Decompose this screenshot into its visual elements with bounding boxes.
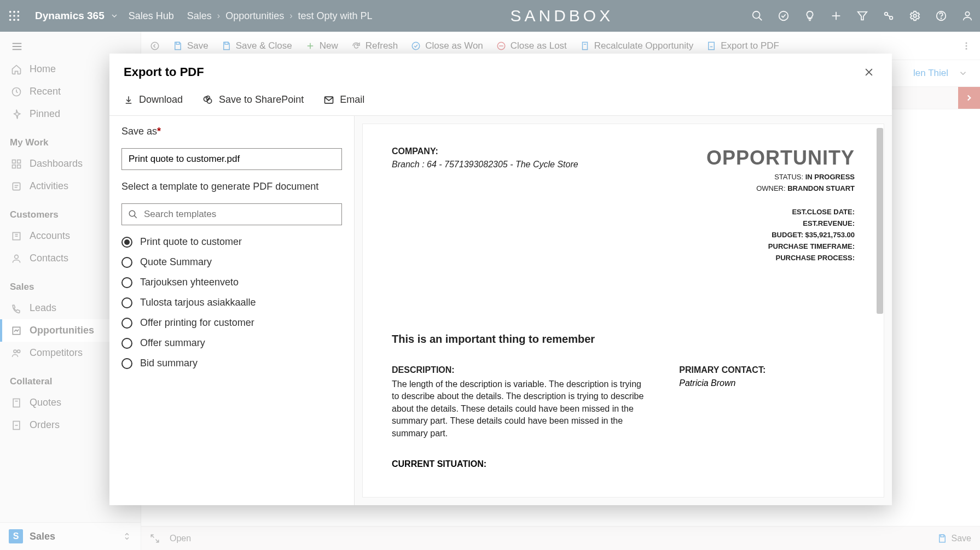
preview-desc-heading: DESCRIPTION: <box>392 365 646 375</box>
preview-situation-heading: CURRENT SITUATION: <box>392 459 855 469</box>
template-heading: Select a template to generate PDF docume… <box>121 181 342 192</box>
template-radio[interactable]: Bid summary <box>121 358 342 369</box>
preview-contact-heading: PRIMARY CONTACT: <box>679 365 855 375</box>
preview-process: PURCHASE PROCESS: <box>706 254 855 262</box>
template-radio[interactable]: Print quote to customer <box>121 236 342 248</box>
export-pdf-modal: Export to PDF Download Save to SharePoin… <box>109 54 892 505</box>
template-label: Print quote to customer <box>140 236 242 248</box>
preview-budget: BUDGET: $35,921,753.00 <box>706 231 855 239</box>
preview-company-label: COMPANY: <box>392 147 578 156</box>
svg-point-69 <box>129 210 135 217</box>
template-radio[interactable]: Offer summary <box>121 337 342 349</box>
template-radio[interactable]: Quote Summary <box>121 256 342 268</box>
preview-branch: Branch : 64 - 7571393082305 - The Cycle … <box>392 160 578 169</box>
radio-icon <box>121 318 132 329</box>
search-templates-input[interactable] <box>121 203 342 225</box>
search-icon <box>128 209 138 219</box>
radio-icon <box>121 237 132 248</box>
close-icon[interactable] <box>860 63 878 81</box>
radio-icon <box>121 297 132 308</box>
template-radio[interactable]: Tulosta tarjous asiakkaalle <box>121 297 342 308</box>
template-label: Offer printing for customer <box>140 317 254 329</box>
svg-line-70 <box>134 215 137 218</box>
radio-icon <box>121 338 132 349</box>
template-label: Tulosta tarjous asiakkaalle <box>140 297 256 308</box>
scrollbar-thumb[interactable] <box>877 128 883 314</box>
preview-estrev: EST.REVENUE: <box>706 219 855 227</box>
radio-icon <box>121 257 132 268</box>
preview-memo-title: This is an important thing to remember <box>392 333 855 346</box>
saveas-label: Save as* <box>121 126 342 137</box>
preview-contact-name: Patricia Brown <box>679 378 855 388</box>
template-label: Quote Summary <box>140 256 212 268</box>
preview-owner: OWNER: BRANDON STUART <box>706 184 855 192</box>
template-label: Offer summary <box>140 337 205 349</box>
radio-icon <box>121 277 132 288</box>
download-button[interactable]: Download <box>124 94 183 106</box>
modal-title: Export to PDF <box>124 65 204 79</box>
template-label: Bid summary <box>140 358 198 369</box>
btn-label: Download <box>139 94 183 106</box>
modal-toolbar: Download Save to SharePoint Email <box>109 89 892 116</box>
modal-left-panel: Save as* Select a template to generate P… <box>109 116 355 505</box>
save-sharepoint-button[interactable]: Save to SharePoint <box>202 94 304 106</box>
saveas-input[interactable] <box>121 148 342 170</box>
pdf-preview[interactable]: COMPANY: Branch : 64 - 7571393082305 - T… <box>362 124 884 498</box>
preview-timeframe: PURCHASE TIMEFRAME: <box>706 242 855 250</box>
template-radio[interactable]: Offer printing for customer <box>121 317 342 329</box>
template-label: Tarjouksen yhteenveto <box>140 277 239 288</box>
preview-status: STATUS: IN PROGRESS <box>706 173 855 181</box>
email-button[interactable]: Email <box>323 94 364 106</box>
modal-preview-panel: COMPANY: Branch : 64 - 7571393082305 - T… <box>355 116 892 505</box>
preview-estclose: EST.CLOSE DATE: <box>706 208 855 216</box>
template-list: Print quote to customerQuote SummaryTarj… <box>121 236 342 369</box>
radio-icon <box>121 358 132 369</box>
template-radio[interactable]: Tarjouksen yhteenveto <box>121 277 342 288</box>
btn-label: Email <box>340 94 364 106</box>
btn-label: Save to SharePoint <box>219 94 304 106</box>
preview-desc-body: The length of the description is variabl… <box>392 378 646 440</box>
preview-big-title: OPPORTUNITY <box>706 147 855 169</box>
